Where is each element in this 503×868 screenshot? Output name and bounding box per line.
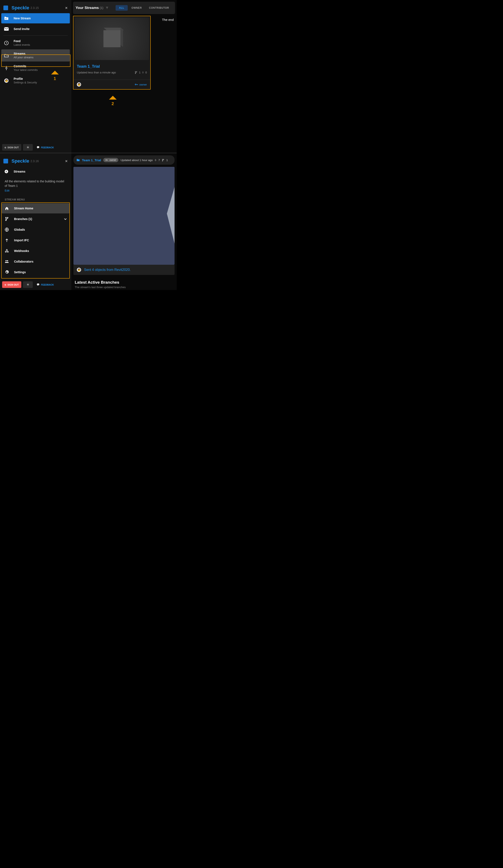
close-icon[interactable]: ✕ (65, 6, 68, 10)
webhooks-nav[interactable]: Webhooks (2, 246, 69, 256)
branches-nav[interactable]: Branches (1) (2, 214, 69, 224)
branch-icon-3 (162, 159, 164, 162)
streams-back-button[interactable]: Streams (1, 166, 70, 177)
close-icon-2[interactable]: ✕ (65, 159, 68, 163)
feed-sub: Latest events (14, 43, 30, 46)
branches-section: Latest Active Branches The stream's last… (71, 275, 177, 290)
branches-section-sub: The stream's last three updated branches (75, 286, 173, 289)
theme-toggle-button-2[interactable]: ☀ (23, 281, 33, 288)
commit-icon (4, 65, 9, 71)
main-content: Your Streams (1) ALL OWNER CONTRIBUTOR T… (71, 0, 177, 153)
svg-point-10 (135, 84, 136, 85)
tab-contributor[interactable]: CONTRIBUTOR (146, 5, 172, 11)
owner-key-icon-2 (105, 159, 108, 161)
send-invite-button[interactable]: Send Invite (1, 24, 70, 34)
annotation-arrow-1 (51, 71, 59, 74)
section-heading: STREAM MENU (1, 196, 70, 203)
sidebar-header-2: Speckle 2.3.16 ✕ (0, 153, 71, 166)
stream-title: Team 1_Trial (77, 64, 147, 69)
avatar-icon: 🧑 (4, 78, 9, 83)
stream-updated: Updated less than a minute ago (77, 71, 116, 74)
folder-icon-2 (76, 158, 80, 162)
back-arrow-icon (4, 169, 9, 174)
new-stream-button[interactable]: New Stream (1, 13, 70, 23)
settings-label: Settings (14, 270, 26, 274)
commit-avatar: 🧑 (77, 268, 81, 272)
svg-point-22 (162, 159, 163, 159)
sign-out-label-2: SIGN OUT (8, 283, 19, 286)
stream-name[interactable]: Team 1_Trial (82, 158, 101, 162)
settings-nav[interactable]: Settings (2, 267, 69, 277)
3d-viewer[interactable] (73, 167, 175, 265)
feedback-label-2: FEEDBACK (41, 283, 54, 286)
topbar-count: (1) (100, 6, 103, 10)
svg-point-13 (7, 217, 8, 218)
new-stream-label: New Stream (14, 17, 31, 20)
logo-icon-2 (3, 159, 8, 163)
svg-point-17 (8, 251, 9, 252)
sun-icon-2: ☀ (27, 282, 29, 287)
feedback-button[interactable]: 💬 FEEDBACK (34, 144, 56, 151)
owner-label: owner (140, 83, 147, 86)
webhooks-label: Webhooks (14, 249, 29, 252)
svg-point-21 (105, 159, 106, 161)
svg-point-23 (163, 159, 164, 159)
filter-icon[interactable] (105, 6, 109, 10)
collaborators-nav[interactable]: Collaborators (2, 256, 69, 267)
commit-count: 0 (145, 71, 147, 74)
feedback-icon: 💬 (37, 146, 40, 149)
brand-name-2: Speckle (11, 158, 29, 164)
owner-key-icon (135, 83, 138, 86)
sign-out-button-2[interactable]: ⎋ SIGN OUT (2, 281, 21, 288)
streams-sub: All your streams (14, 56, 33, 59)
theme-toggle-button[interactable]: ☀ (23, 144, 33, 151)
svg-point-11 (5, 170, 8, 174)
logo-icon (3, 6, 8, 10)
svg-point-16 (5, 251, 7, 252)
streams-back-label: Streams (14, 170, 25, 173)
sign-out-button[interactable]: ⎋ SIGN OUT (2, 144, 21, 151)
feedback-icon-2: 💬 (37, 283, 40, 286)
stream-home-label: Stream Home (14, 207, 33, 210)
commits-title: Commits (14, 64, 38, 68)
feedback-label: FEEDBACK (41, 146, 54, 149)
branch-count: 1 (139, 71, 141, 74)
cube-icon (103, 30, 121, 47)
gear-icon (4, 270, 9, 275)
branch-icon (135, 71, 137, 74)
send-invite-label: Send Invite (14, 27, 30, 31)
profile-sub: Settings & Security (14, 81, 37, 84)
branch-icon-2 (4, 216, 9, 221)
svg-point-7 (135, 71, 136, 72)
streams-nav-item[interactable]: Streams All your streams (1, 49, 70, 62)
collaborators-label: Collaborators (14, 260, 33, 263)
sidebar: Speckle 2.3.15 ✕ New Stream Send Invite (0, 0, 71, 153)
upload-icon (4, 238, 9, 243)
brand-name: Speckle (11, 5, 29, 11)
commits-nav-item[interactable]: Commits Your latest commits (1, 62, 70, 74)
feedback-button-2[interactable]: 💬 FEEDBACK (34, 281, 56, 288)
end-text: The end (162, 16, 175, 90)
edit-link[interactable]: Edit (1, 189, 70, 196)
sidebar-header: Speckle 2.3.15 ✕ (0, 0, 71, 13)
globals-nav[interactable]: Globals (2, 225, 69, 235)
user-avatar: 🧑 (77, 82, 81, 86)
people-icon (4, 259, 9, 264)
branch-count-2: 1 (166, 158, 168, 162)
profile-nav-item[interactable]: 🧑 Profile Settings & Security (1, 74, 70, 86)
commit-message[interactable]: Sent 4 objects from Revit2020. (84, 268, 131, 272)
tab-all[interactable]: ALL (115, 5, 128, 11)
mail-icon (4, 27, 9, 31)
tab-owner[interactable]: OWNER (128, 5, 145, 11)
feed-nav-item[interactable]: Feed Latest events (1, 37, 70, 49)
stream-home-nav[interactable]: Stream Home (2, 203, 69, 214)
streams-title: Streams (14, 52, 33, 55)
annotation-number-2: 2 (112, 101, 114, 106)
commit-bar: 🧑 Sent 4 objects from Revit2020. (73, 265, 175, 275)
import-ifc-nav[interactable]: Import IFC (2, 235, 69, 245)
svg-point-24 (162, 161, 163, 161)
import-label: Import IFC (14, 239, 29, 242)
signout-icon-2: ⎋ (5, 283, 6, 286)
stream-card[interactable]: Team 1_Trial Updated less than a minute … (73, 16, 151, 90)
version-label: 2.3.15 (30, 6, 39, 10)
